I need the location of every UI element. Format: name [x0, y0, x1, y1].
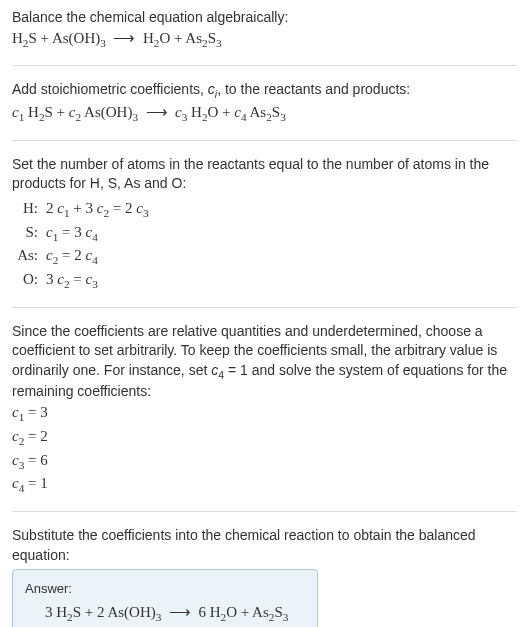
atom-equation: c2 = 2 c4 [46, 245, 98, 269]
coefficient-value: c4 = 1 [12, 473, 517, 497]
coefficient-value: c1 = 3 [12, 402, 517, 426]
coefficient-value: c3 = 6 [12, 450, 517, 474]
coefficient-value: c2 = 2 [12, 426, 517, 450]
atom-row: O: 3 c2 = c3 [12, 269, 517, 293]
atom-row: As: c2 = 2 c4 [12, 245, 517, 269]
atom-equation: 3 c2 = c3 [46, 269, 98, 293]
heading-text: Add stoichiometric coefficients, ci, to … [12, 80, 517, 101]
atom-row: H: 2 c1 + 3 c2 = 2 c3 [12, 198, 517, 222]
answer-label: Answer: [25, 580, 305, 598]
answer-box: Answer: 3 H2S + 2 As(OH)3 ⟶ 6 H2O + As2S… [12, 569, 318, 627]
section-solve-coefficients: Since the coefficients are relative quan… [12, 322, 517, 512]
coefficient-equation: c1 H2S + c2 As(OH)3 ⟶ c3 H2O + c4 As2S3 [12, 102, 517, 126]
section-final-answer: Substitute the coefficients into the che… [12, 526, 517, 627]
atom-equation: 2 c1 + 3 c2 = 2 c3 [46, 198, 149, 222]
section-atom-equations: Set the number of atoms in the reactants… [12, 155, 517, 308]
section-add-coefficients: Add stoichiometric coefficients, ci, to … [12, 80, 517, 140]
heading-text: Set the number of atoms in the reactants… [12, 155, 517, 194]
heading-text: Since the coefficients are relative quan… [12, 322, 517, 402]
atom-label: S: [12, 222, 46, 243]
atom-label: O: [12, 269, 46, 290]
atom-row: S: c1 = 3 c4 [12, 222, 517, 246]
section-balance-intro: Balance the chemical equation algebraica… [12, 8, 517, 66]
balanced-equation: 3 H2S + 2 As(OH)3 ⟶ 6 H2O + As2S3 [25, 602, 305, 626]
atom-label: As: [12, 245, 46, 266]
atom-label: H: [12, 198, 46, 219]
unbalanced-equation: H2S + As(OH)3 ⟶ H2O + As2S3 [12, 28, 517, 52]
heading-text: Balance the chemical equation algebraica… [12, 8, 517, 28]
atom-equation: c1 = 3 c4 [46, 222, 98, 246]
atom-table: H: 2 c1 + 3 c2 = 2 c3 S: c1 = 3 c4 As: c… [12, 198, 517, 293]
heading-text: Substitute the coefficients into the che… [12, 526, 517, 565]
